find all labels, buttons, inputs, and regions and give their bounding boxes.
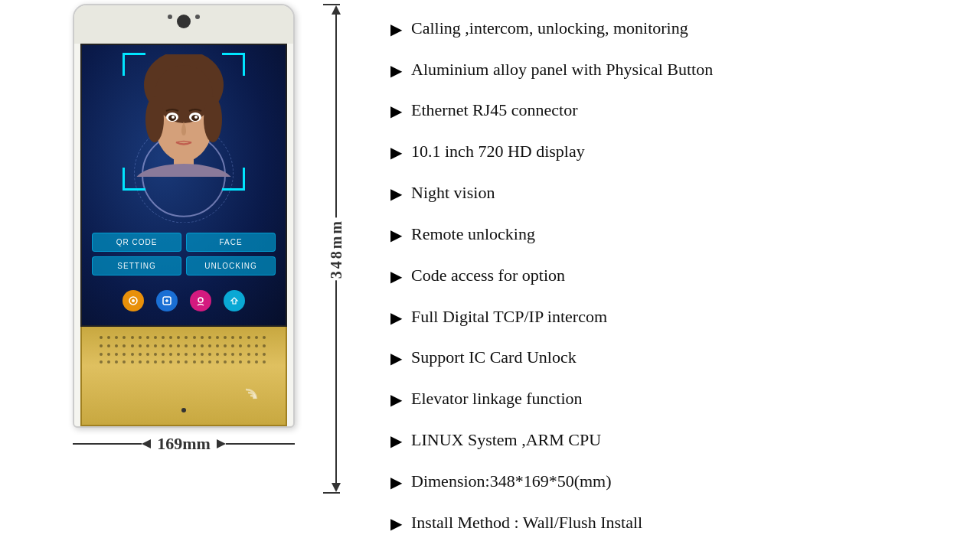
speaker-dot [185, 344, 188, 347]
dot-left [168, 15, 172, 19]
speaker-dot [100, 336, 103, 339]
feature-text-9: Support IC Card Unlock [411, 347, 577, 367]
bullet-2: ▶ [390, 61, 402, 80]
dot-camera [177, 15, 191, 28]
phone-dots [168, 15, 200, 28]
speaker-dot [193, 336, 196, 339]
speaker-dot [139, 344, 142, 347]
screen-icon-row [122, 290, 245, 311]
speaker-dot [169, 353, 172, 356]
speaker-dot [154, 344, 157, 347]
qr-code-btn[interactable]: QR CODE [92, 233, 181, 252]
feature-text-6: Remote unlocking [411, 224, 535, 244]
speaker-dot [201, 353, 204, 356]
speaker-dot [216, 344, 219, 347]
speaker-dot [107, 344, 110, 347]
speaker-dot [131, 360, 134, 364]
speaker-dot [115, 336, 118, 339]
speaker-dot [255, 353, 258, 356]
phone-screen: QR CODE FACE SETTING UNLOCKING [80, 44, 287, 327]
speaker-dot [201, 344, 204, 347]
speaker-dot [193, 344, 196, 347]
svg-point-11 [172, 116, 175, 119]
speaker-dot [231, 353, 234, 356]
feature-text-4: 10.1 inch 720 HD display [411, 142, 585, 161]
speaker-dot [239, 344, 242, 347]
dim-width-label: 169mm [151, 434, 217, 454]
phone-device: QR CODE FACE SETTING UNLOCKING [73, 4, 295, 428]
face-image [134, 54, 234, 177]
speaker-dot [208, 353, 211, 356]
icon-orange [122, 290, 144, 311]
speaker-dot [224, 360, 227, 364]
svg-point-5 [145, 96, 164, 142]
bullet-10: ▶ [390, 390, 402, 409]
setting-btn[interactable]: SETTING [92, 256, 181, 276]
speaker-dot [231, 336, 234, 339]
feature-item-11: ▶ LINUX System ,ARM CPU [390, 430, 965, 450]
speaker-dot [115, 344, 118, 347]
speaker-dot [247, 336, 250, 339]
speaker-dot [100, 360, 103, 364]
speaker-dot [169, 336, 172, 339]
dimension-horizontal: 169mm [73, 434, 295, 454]
feature-item-3: ▶ Ethernet RJ45 connector [390, 100, 965, 120]
feature-text-7: Code access for option [411, 266, 565, 285]
feature-item-13: ▶ Install Method : Wall/Flush Install [390, 513, 965, 533]
icon-pink [190, 290, 211, 311]
speaker-dot [224, 336, 227, 339]
speaker-dot [231, 360, 234, 364]
feature-item-5: ▶ Night vision [390, 183, 965, 203]
speaker-dot [122, 360, 126, 364]
nfc-symbol [240, 383, 263, 411]
speaker-dot [201, 360, 204, 364]
speaker-dot [255, 336, 258, 339]
feature-text-1: Calling ,intercom, unlocking, monitoring [411, 18, 688, 38]
speaker-dot [154, 360, 157, 364]
speaker-dot [122, 336, 126, 339]
face-btn[interactable]: FACE [186, 233, 276, 252]
speaker-dot [255, 360, 258, 364]
speaker-dot [193, 360, 196, 364]
speaker-dot [146, 360, 149, 364]
feature-item-9: ▶ Support IC Card Unlock [390, 347, 965, 367]
speaker-dot [162, 360, 165, 364]
bullet-1: ▶ [390, 20, 402, 38]
bullet-9: ▶ [390, 349, 402, 367]
speaker-dot [263, 336, 266, 339]
speaker-dot [107, 336, 110, 339]
speaker-dot [263, 353, 266, 356]
feature-text-11: LINUX System ,ARM CPU [411, 430, 601, 450]
speaker-dot [263, 360, 266, 364]
speaker-grille: document.currentScript.insertAdjacentHTM… [100, 336, 268, 367]
phone-top-bar [74, 5, 293, 44]
feature-item-12: ▶ Dimension:348*169*50(mm) [390, 471, 965, 491]
speaker-dot [255, 344, 258, 347]
unlocking-btn[interactable]: UNLOCKING [186, 256, 276, 276]
speaker-dot [239, 353, 242, 356]
speaker-dot [263, 344, 266, 347]
dim-height-label: 348mm [328, 217, 345, 280]
speaker-dot [169, 360, 172, 364]
speaker-dot [115, 360, 118, 364]
phone-bottom-gold: document.currentScript.insertAdjacentHTM… [80, 327, 287, 426]
speaker-dot [162, 353, 165, 356]
speaker-dot [216, 360, 219, 364]
speaker-dot [100, 344, 103, 347]
speaker-dot [201, 336, 204, 339]
speaker-dot [208, 344, 211, 347]
speaker-dot [139, 360, 142, 364]
svg-point-14 [132, 299, 135, 302]
bullet-8: ▶ [390, 308, 402, 327]
speaker-dot [146, 336, 149, 339]
speaker-dot [247, 353, 250, 356]
speaker-dot [154, 336, 157, 339]
speaker-dot [154, 353, 157, 356]
feature-item-2: ▶ Aluminium alloy panel with Physical Bu… [390, 60, 965, 80]
feature-text-3: Ethernet RJ45 connector [411, 100, 578, 120]
feature-item-6: ▶ Remote unlocking [390, 224, 965, 244]
bullet-7: ▶ [390, 267, 402, 285]
bullet-3: ▶ [390, 102, 402, 120]
bullet-6: ▶ [390, 226, 402, 244]
speaker-dot [131, 336, 134, 339]
